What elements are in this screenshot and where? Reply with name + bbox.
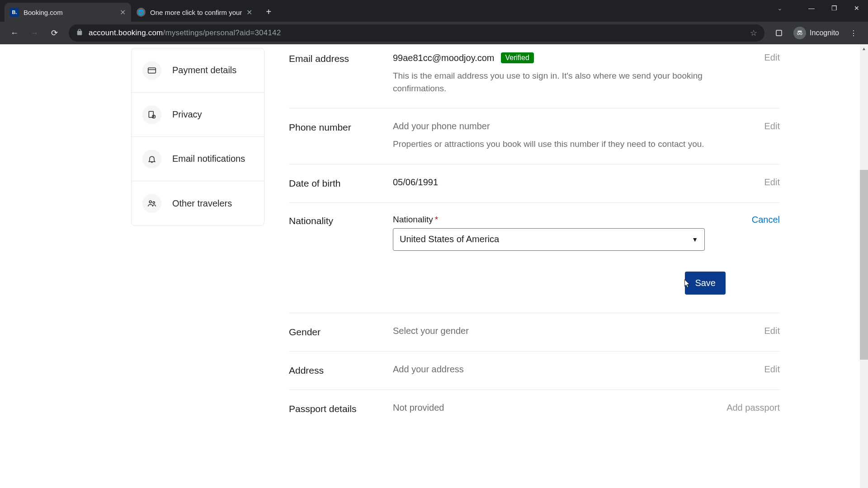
cursor-icon [683,278,692,289]
vertical-scrollbar[interactable]: ▲ [860,44,868,488]
omnibox[interactable]: account.booking.com/mysettings/personal?… [69,24,764,42]
privacy-icon [142,105,161,124]
close-icon[interactable]: ✕ [246,8,252,17]
close-icon[interactable]: ✕ [120,8,126,17]
field-label: Phone number [289,121,393,150]
sidebar-item-privacy[interactable]: Privacy [132,93,264,137]
row-passport: Passport details Not provided Add passpo… [289,390,780,428]
forward-button[interactable]: → [25,24,43,42]
incognito-icon [793,27,806,39]
browser-titlebar: B. Booking.com ✕ 🌐 One more click to con… [0,0,868,22]
favicon-booking: B. [10,8,19,17]
sidebar-item-other-travelers[interactable]: Other travelers [132,181,264,225]
tab-search-icon[interactable]: ⌄ [769,0,791,16]
back-button[interactable]: ← [5,24,24,42]
sidebar-item-payment-details[interactable]: Payment details [132,48,264,93]
add-passport-link[interactable]: Add passport [726,403,780,413]
chrome-menu-button[interactable]: ⋮ [844,24,863,42]
svg-point-8 [153,202,155,203]
edit-gender-link[interactable]: Edit [764,326,780,336]
row-gender: Gender Select your gender Edit [289,313,780,352]
verified-badge: Verified [501,52,534,63]
edit-address-link[interactable]: Edit [764,364,780,374]
sidebar-item-label: Payment details [172,65,236,75]
edit-dob-link[interactable]: Edit [764,177,780,187]
nationality-selected-value: United States of America [400,234,499,244]
people-icon [142,194,161,213]
page-content: Payment details Privacy Email notificati… [0,44,868,488]
scrollbar-thumb[interactable] [860,170,868,360]
bell-icon [142,150,161,169]
tab-booking[interactable]: B. Booking.com ✕ [5,3,131,22]
save-button[interactable]: Save [685,272,726,295]
field-label: Nationality [289,215,393,295]
svg-rect-5 [149,111,153,117]
passport-placeholder: Not provided [393,403,444,413]
field-label: Address [289,364,393,376]
row-email: Email address 99ae81cc@moodjoy.com Verif… [289,44,780,108]
phone-helper: Properties or attractions you book will … [393,138,709,150]
row-nationality: Nationality Nationality* United States o… [289,203,780,313]
row-address: Address Add your address Edit [289,352,780,390]
phone-placeholder: Add your phone number [393,121,726,131]
bookmark-star-icon[interactable]: ☆ [750,28,757,38]
maximize-button[interactable]: ❐ [823,0,845,16]
close-window-button[interactable]: ✕ [845,0,868,16]
settings-sidebar: Payment details Privacy Email notificati… [66,44,264,488]
tab-title: One more click to confirm your [150,9,242,16]
row-phone: Phone number Add your phone number Prope… [289,108,780,164]
scroll-up-arrow[interactable]: ▲ [860,44,868,52]
field-label: Date of birth [289,177,393,189]
svg-rect-3 [148,68,156,73]
tab-title: Booking.com [24,9,115,16]
sidebar-item-label: Email notifications [172,154,245,164]
dob-value: 05/06/1991 [393,177,438,187]
nationality-field-label: Nationality* [393,215,726,225]
svg-point-7 [149,201,151,203]
row-dob: Date of birth 05/06/1991 Edit [289,164,780,203]
address-placeholder: Add your address [393,364,464,374]
minimize-button[interactable]: ― [800,0,823,16]
lock-icon [76,28,83,38]
address-bar: ← → ⟳ account.booking.com/mysettings/per… [0,22,868,44]
svg-rect-0 [776,30,782,36]
svg-point-1 [797,33,800,35]
sidebar-item-label: Privacy [172,109,202,120]
nationality-select[interactable]: United States of America ▼ [393,228,705,251]
sidebar-item-label: Other travelers [172,198,232,209]
chevron-down-icon: ▼ [692,236,698,243]
field-label: Passport details [289,403,393,414]
tab-strip: B. Booking.com ✕ 🌐 One more click to con… [0,0,769,22]
svg-point-2 [800,33,802,35]
credit-card-icon [142,61,161,80]
settings-main: Email address 99ae81cc@moodjoy.com Verif… [264,44,802,488]
sidebar-item-email-notifications[interactable]: Email notifications [132,137,264,181]
cancel-link[interactable]: Cancel [752,215,780,225]
new-tab-button[interactable]: + [260,4,277,20]
edit-phone-link[interactable]: Edit [764,121,780,131]
favicon-generic: 🌐 [137,8,146,17]
extensions-button[interactable] [770,24,788,42]
gender-placeholder: Select your gender [393,326,469,336]
edit-email-link[interactable]: Edit [764,52,780,62]
incognito-label: Incognito [810,29,839,37]
window-controls: ⌄ ― ❐ ✕ [769,0,868,22]
tab-confirm[interactable]: 🌐 One more click to confirm your ✕ [131,3,258,22]
field-label: Gender [289,326,393,338]
reload-button[interactable]: ⟳ [45,24,63,42]
incognito-indicator[interactable]: Incognito [790,27,843,39]
email-value: 99ae81cc@moodjoy.com [393,53,495,63]
url-text: account.booking.com/mysettings/personal?… [89,28,281,38]
email-helper: This is the email address you use to sig… [393,70,709,94]
field-label: Email address [289,52,393,94]
